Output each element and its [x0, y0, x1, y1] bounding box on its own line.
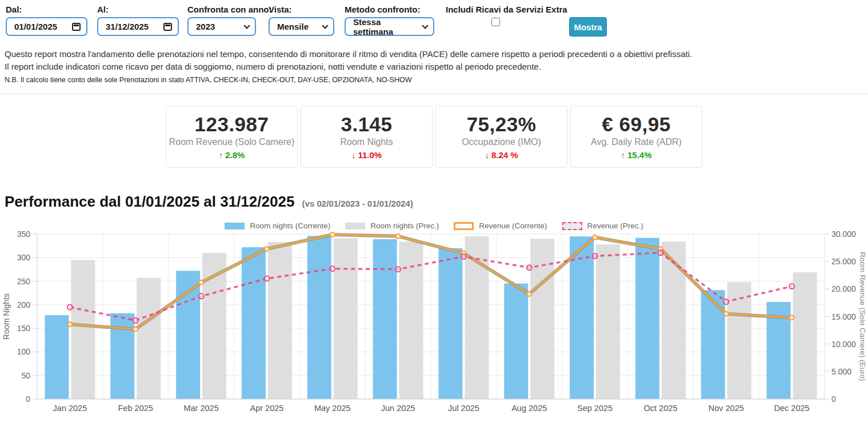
legend-label: Revenue (Corrente): [479, 221, 547, 230]
kpi-delta: ↑15.4%: [621, 150, 651, 160]
kpi-delta-text: 8.24 %: [491, 150, 518, 160]
marker-revenue-current-10[interactable]: [724, 312, 729, 316]
al-date-input[interactable]: 31/12/2025: [97, 17, 179, 36]
description-line-2: Il report include indicatori come ricavo…: [5, 61, 863, 73]
bar-room-nights-current-6[interactable]: [438, 248, 462, 399]
performance-title-comparison: (vs 02/01/2023 - 01/01/2024): [302, 199, 413, 208]
marker-revenue-current-1[interactable]: [133, 327, 138, 332]
kpi-row: 123.987Room Revenue (Solo Camere)↑2.8%3.…: [0, 106, 868, 168]
marker-revenue-current-2[interactable]: [199, 280, 203, 285]
bar-room-nights-prev-10[interactable]: [727, 282, 751, 399]
bar-room-nights-prev-11[interactable]: [793, 272, 817, 399]
legend-item-3[interactable]: Revenue (Prec.): [562, 221, 643, 230]
chevron-down-icon: [243, 22, 250, 29]
marker-revenue-prev-3[interactable]: [264, 276, 269, 281]
left-axis-tick-label: 150: [17, 324, 31, 333]
kpi-value: 3.145: [341, 114, 392, 135]
kpi-label: Avg. Daily Rate (ADR): [591, 137, 682, 147]
bar-room-nights-prev-9[interactable]: [662, 241, 686, 399]
left-axis-tick-label: 0: [26, 394, 30, 404]
bar-room-nights-current-5[interactable]: [373, 239, 397, 399]
bar-room-nights-current-0[interactable]: [45, 315, 69, 399]
right-axis-tick-label: 10.000: [831, 340, 856, 349]
legend-item-0[interactable]: Room nights (Corrente): [225, 221, 330, 230]
x-axis-label-3: Apr 2025: [250, 404, 283, 413]
legend-item-2[interactable]: Revenue (Corrente): [454, 221, 547, 230]
marker-revenue-current-11[interactable]: [790, 315, 794, 320]
bar-room-nights-current-3[interactable]: [242, 247, 266, 399]
bar-room-nights-prev-3[interactable]: [268, 242, 292, 399]
chart-canvas: 05010015020025030035005.00010.00015.0002…: [0, 214, 868, 424]
dal-date-input[interactable]: 01/01/2025: [6, 17, 87, 36]
x-axis-label-4: May 2025: [314, 404, 351, 413]
marker-revenue-prev-2[interactable]: [199, 293, 204, 299]
right-axis-tick-label: 25.000: [831, 257, 856, 266]
marker-revenue-prev-5[interactable]: [395, 267, 401, 272]
marker-revenue-current-7[interactable]: [527, 292, 531, 296]
arrow-down-icon: ↓: [485, 150, 489, 160]
kpi-card-1: 3.145Room Nights↓11.0%: [301, 106, 433, 168]
x-axis-label-2: Mar 2025: [183, 404, 218, 413]
right-axis-tick-label: 30.000: [831, 229, 856, 239]
legend-label: Room nights (Corrente): [250, 221, 330, 230]
bar-room-nights-current-4[interactable]: [307, 236, 331, 399]
marker-revenue-prev-1[interactable]: [133, 318, 138, 323]
kpi-card-2: 75,23%Occupazione (IMO)↓8.24 %: [435, 106, 567, 168]
legend-item-1[interactable]: Room nights (Prec.): [345, 221, 439, 230]
x-axis-label-7: Aug 2025: [511, 404, 547, 413]
metodo-select[interactable]: Stessa settimana: [345, 17, 434, 36]
marker-revenue-prev-7[interactable]: [527, 265, 532, 270]
chevron-down-icon: [322, 22, 328, 29]
performance-title: Performance dal 01/01/2025 al 31/12/2025…: [5, 193, 868, 211]
vista-label: Vista:: [269, 5, 334, 14]
bar-room-nights-current-10[interactable]: [701, 290, 725, 399]
bar-room-nights-prev-4[interactable]: [334, 238, 358, 399]
bar-room-nights-current-9[interactable]: [635, 238, 659, 399]
kpi-value: 75,23%: [467, 114, 537, 135]
includi-ricavi-checkbox[interactable]: [491, 18, 500, 26]
x-axis-label-1: Feb 2025: [118, 404, 153, 413]
bar-room-nights-prev-7[interactable]: [530, 239, 554, 399]
calendar-icon[interactable]: [163, 23, 172, 31]
bar-room-nights-prev-1[interactable]: [137, 278, 161, 399]
kpi-label: Room Revenue (Solo Camere): [169, 137, 295, 147]
confronta-select[interactable]: 2023: [187, 17, 256, 36]
description-line-1: Questo report mostra l'andamento delle p…: [5, 48, 863, 61]
marker-revenue-prev-9[interactable]: [658, 250, 663, 255]
marker-revenue-current-5[interactable]: [396, 234, 401, 239]
marker-revenue-prev-6[interactable]: [461, 254, 466, 259]
bar-room-nights-prev-8[interactable]: [596, 244, 620, 399]
al-label: Al:: [97, 5, 179, 14]
kpi-card-0: 123.987Room Revenue (Solo Camere)↑2.8%: [166, 106, 298, 168]
vista-value: Mensile: [277, 22, 309, 31]
kpi-delta: ↑2.8%: [219, 150, 245, 160]
marker-revenue-current-4[interactable]: [330, 232, 335, 237]
left-axis-tick-label: 300: [17, 253, 31, 262]
marker-revenue-current-8[interactable]: [593, 235, 597, 240]
legend-swatch-icon: [454, 222, 474, 230]
marker-revenue-prev-4[interactable]: [330, 266, 335, 271]
bar-room-nights-current-7[interactable]: [504, 284, 528, 399]
calendar-icon[interactable]: [72, 23, 81, 31]
x-axis-label-8: Sep 2025: [577, 404, 613, 413]
marker-revenue-prev-10[interactable]: [723, 299, 729, 304]
right-axis-tick-label: 5.000: [831, 367, 851, 376]
marker-revenue-current-3[interactable]: [265, 247, 269, 251]
metodo-value: Stessa settimana: [353, 17, 423, 37]
mostra-button[interactable]: Mostra: [569, 17, 607, 37]
marker-revenue-current-0[interactable]: [67, 322, 72, 327]
dal-date-value: 01/01/2025: [14, 22, 57, 31]
kpi-delta-text: 11.0%: [358, 150, 382, 160]
marker-revenue-prev-11[interactable]: [789, 284, 794, 289]
al-date-value: 31/12/2025: [106, 22, 149, 31]
left-axis-tick-label: 200: [17, 300, 31, 309]
x-axis-label-0: Jan 2025: [53, 404, 87, 413]
vista-select[interactable]: Mensile: [269, 17, 334, 36]
marker-revenue-prev-8[interactable]: [593, 253, 598, 259]
filter-metodo: Metodo confronto: Stessa settimana: [345, 5, 434, 36]
marker-revenue-prev-0[interactable]: [67, 305, 73, 310]
includi-ricavi-label: Includi Ricavi da Servizi Extra: [446, 5, 567, 14]
filter-bar: Dal: 01/01/2025 Al: 31/12/2025 Confronta…: [0, 0, 868, 41]
right-axis-title: Room Revenue (Solo Camere) (Euro): [858, 252, 867, 381]
bar-room-nights-prev-0[interactable]: [71, 260, 95, 399]
